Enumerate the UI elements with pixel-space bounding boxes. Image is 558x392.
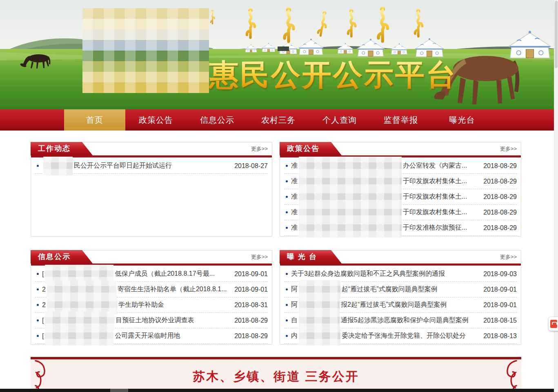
panel-header: 曝 光 台 更多>>: [280, 250, 521, 266]
censored-text-block: [299, 219, 402, 237]
bullet-icon: [286, 196, 288, 198]
bullet-icon: [37, 165, 39, 167]
panel-info-disclosure: 信息公示 更多>> [低保户成员（截止2018.8.17号最...2018-09…: [31, 250, 272, 345]
list-item[interactable]: 内委决定给予张海生开除党籍、开除公职处分2018-08-13: [284, 328, 517, 344]
nav-item-5[interactable]: 个人查询: [309, 109, 370, 131]
item-title-text: 于印发准格尔旗预征...: [403, 224, 479, 232]
item-date: 2018-08-15: [483, 317, 517, 324]
item-lead-text: 阿: [291, 285, 298, 294]
main-nav: 首页政策公告信息公示农村三务个人查询监督举报曝光台: [0, 109, 554, 131]
panel-header: 政策公告 更多>>: [280, 142, 521, 157]
item-date: 2018-08-27: [234, 162, 268, 170]
panel-title-ribbon: 工作动态: [31, 142, 93, 155]
item-lead-text: 2: [42, 286, 46, 293]
three-affairs-banner[interactable]: 苏木、乡镇、街道 三务公开: [31, 357, 521, 392]
bullet-icon: [286, 288, 288, 290]
item-title-text: 于印发旗农村集体土...: [403, 193, 479, 201]
bullet-icon: [286, 319, 288, 321]
nav-item-1[interactable]: 首页: [64, 109, 125, 131]
list-item[interactable]: 2寄宿生生活补助名单（截止2018.8.1...2018-09-01: [35, 282, 268, 297]
site-header-banner: 惠民公开公示平台: [0, 0, 554, 109]
list-item[interactable]: 民公开公示平台即日起开始试运行2018-08-27: [35, 158, 268, 174]
bullet-icon: [286, 335, 288, 337]
item-date: 2018-08-29: [483, 209, 517, 216]
vertical-scrollbar[interactable]: [554, 0, 558, 392]
censored-text-block: [299, 327, 340, 345]
censored-text-block: [45, 327, 113, 345]
item-title-text: 学生助学补助金: [118, 301, 230, 309]
bullet-icon: [37, 273, 39, 275]
list-item[interactable]: [目预征土地协议外业调查表2018-08-29: [35, 313, 268, 328]
panel-title-ribbon: 信息公示: [31, 250, 93, 264]
floating-share-widget[interactable]: [549, 317, 558, 331]
item-date: 2018-08-13: [483, 332, 517, 340]
bullet-icon: [37, 319, 39, 321]
list-item[interactable]: 准于印发旗农村集体土...2018-08-29: [284, 189, 517, 205]
item-lead-text: 准: [291, 162, 298, 170]
item-title-text: 委决定给予张海生开除党籍、开除公职处分: [342, 332, 479, 340]
item-title-text: 低保户成员（截止2018.8.17号最...: [115, 270, 230, 278]
list-item[interactable]: 关于3起群众身边腐败问题和不正之风典型案例的通报2018-09-03: [284, 266, 517, 282]
nav-item-4[interactable]: 农村三务: [248, 109, 309, 131]
list-item[interactable]: [公司露天开采临时用地2018-08-29: [35, 328, 268, 344]
nav-item-7[interactable]: 曝光台: [431, 109, 493, 131]
item-date: 2018-08-29: [483, 193, 517, 201]
item-title-text: 公司露天开采临时用地: [115, 332, 230, 340]
item-title-text: 寄宿生生活补助名单（截止2018.8.1...: [118, 285, 230, 294]
bullet-icon: [37, 288, 39, 290]
item-lead-text: 内: [291, 332, 298, 340]
item-lead-text: 准: [291, 193, 298, 201]
item-date: 2018-08-29: [234, 317, 268, 324]
nav-item-2[interactable]: 政策公告: [125, 109, 187, 131]
bottom-dark-bar: [0, 389, 554, 392]
more-link[interactable]: 更多>>: [500, 250, 517, 264]
censored-logo-block: [82, 8, 209, 93]
panel-policy-notice: 政策公告 更多>> 准办公室转发《内蒙古...2018-08-29准于印发旗农村…: [280, 142, 521, 237]
item-date: 2018-08-29: [483, 162, 517, 170]
item-lead-text: 自: [291, 316, 298, 325]
more-link[interactable]: 更多>>: [251, 142, 268, 155]
item-date: 2018-09-01: [234, 286, 268, 293]
news-list: [低保户成员（截止2018.8.17号最...2018-09-012寄宿生生活补…: [35, 266, 268, 344]
item-date: 2018-09-03: [483, 270, 517, 278]
list-item[interactable]: 自通报5起涉黑涉恶腐败和保护伞问题典型案例2018-08-15: [284, 313, 517, 328]
list-item[interactable]: 准办公室转发《内蒙古...2018-08-29: [284, 158, 517, 174]
panel-title-ribbon: 政策公告: [280, 142, 342, 155]
list-item[interactable]: 2学生助学补助金2018-08-31: [35, 297, 268, 313]
item-title-text: 办公室转发《内蒙古...: [403, 162, 479, 170]
item-date: 2018-09-01: [483, 301, 517, 309]
item-title-text: 民公开公示平台即日起开始试运行: [74, 162, 230, 170]
news-list: 民公开公示平台即日起开始试运行2018-08-27: [35, 158, 268, 174]
list-item[interactable]: 准于印发准格尔旗预征...2018-08-29: [284, 220, 517, 236]
scrollbar-thumb[interactable]: [555, 1, 558, 68]
bullet-icon: [286, 180, 288, 182]
bullet-icon: [286, 304, 288, 306]
nav-list: 首页政策公告信息公示农村三务个人查询监督举报曝光台: [64, 109, 554, 131]
item-lead-text: 准: [291, 224, 298, 232]
list-item[interactable]: 准于印发旗农村集体土...2018-08-29: [284, 174, 517, 189]
nav-item-3[interactable]: 信息公示: [187, 109, 248, 131]
more-link[interactable]: 更多>>: [500, 142, 517, 155]
item-lead-text: 准: [291, 177, 298, 186]
corner-ornament-icon: [498, 360, 520, 392]
item-date: 2018-08-31: [234, 301, 268, 309]
bullet-icon: [37, 335, 39, 337]
item-title-text: 报2起“雁过拔毛”式腐败问题典型案例: [341, 301, 479, 309]
item-title-text: 目预征土地协议外业调查表: [116, 316, 230, 325]
panel-exposure: 曝 光 台 更多>> 关于3起群众身边腐败问题和不正之风典型案例的通报2018-…: [280, 250, 521, 345]
item-lead-text: [: [42, 332, 44, 340]
list-item[interactable]: 准于印发旗农村集体土...2018-08-29: [284, 205, 517, 220]
panel-work-news: 工作动态 更多>> 民公开公示平台即日起开始试运行2018-08-27: [31, 142, 272, 237]
more-link[interactable]: 更多>>: [251, 250, 268, 264]
list-item[interactable]: 阿起“雁过拔毛”式腐败问题典型案例2018-09-01: [284, 282, 517, 297]
item-title-text: 通报5起涉黑涉恶腐败和保护伞问题典型案例: [341, 316, 479, 325]
bullet-icon: [37, 304, 39, 306]
list-item[interactable]: [低保户成员（截止2018.8.17号最...2018-09-01: [35, 266, 268, 282]
item-lead-text: [: [42, 317, 44, 324]
item-title-text: 起“雁过拔毛”式腐败问题典型案例: [342, 285, 479, 294]
panel-title-ribbon: 曝 光 台: [280, 250, 342, 264]
item-date: 2018-08-29: [483, 178, 517, 185]
panel-header: 工作动态 更多>>: [31, 142, 272, 157]
nav-item-6[interactable]: 监督举报: [370, 109, 431, 131]
list-item[interactable]: 阿报2起“雁过拔毛”式腐败问题典型案例2018-09-01: [284, 297, 517, 313]
